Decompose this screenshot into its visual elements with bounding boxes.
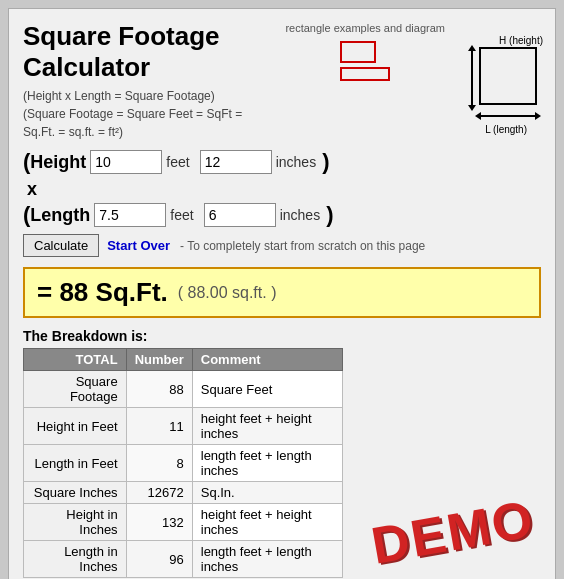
result-text: = 88 Sq.Ft. ( 88.00 sq.ft. )	[37, 277, 527, 308]
cell-label: Square Inches	[24, 482, 127, 504]
l-arrow-line	[479, 115, 537, 117]
top-section: Square Footage Calculator (Height x Leng…	[23, 21, 541, 141]
title-area: Square Footage Calculator (Height x Leng…	[23, 21, 275, 141]
table-row: Length in Feet 8 length feet + length in…	[24, 445, 343, 482]
subtitle: (Height x Length = Square Footage) (Squa…	[23, 87, 275, 141]
x-label: x	[27, 179, 541, 200]
table-row: Square Footage 88 Square Feet	[24, 371, 343, 408]
diagram-rect	[479, 47, 537, 105]
start-over-link[interactable]: Start Over	[107, 238, 170, 253]
height-label: Height	[30, 152, 86, 173]
main-diagram: H (height) L (length)	[451, 31, 541, 121]
h-label: H (height)	[499, 35, 543, 46]
table-row: Height in Inches 132 height feet + heigh…	[24, 504, 343, 541]
l-arrow-left	[475, 112, 481, 120]
length-row: ( Length feet inches )	[23, 202, 541, 228]
page-container: Square Footage Calculator (Height x Leng…	[8, 8, 556, 579]
result-section: = 88 Sq.Ft. ( 88.00 sq.ft. )	[23, 267, 541, 318]
diagram-label-col: rectangle examples and diagram	[285, 21, 445, 81]
height-feet-unit: feet	[166, 154, 189, 170]
diagram-area: rectangle examples and diagram H (height…	[285, 21, 541, 121]
rect-example-1	[340, 41, 376, 63]
height-inches-input[interactable]	[200, 150, 272, 174]
height-feet-input[interactable]	[90, 150, 162, 174]
h-arrow-bottom	[468, 105, 476, 111]
page-title: Square Footage Calculator	[23, 21, 275, 83]
l-arrow-right	[535, 112, 541, 120]
cell-label: Height in Inches	[24, 504, 127, 541]
cell-label: Length in Inches	[24, 541, 127, 578]
h-arrow-top	[468, 45, 476, 51]
rect-example-2	[340, 67, 390, 81]
h-arrow-line	[471, 49, 473, 105]
length-feet-input[interactable]	[94, 203, 166, 227]
table-row: Square Inches 12672 Sq.In.	[24, 482, 343, 504]
cell-comment: Sq.In.	[192, 482, 342, 504]
cell-number: 12672	[126, 482, 192, 504]
calculate-button[interactable]: Calculate	[23, 234, 99, 257]
cell-label: Length in Feet	[24, 445, 127, 482]
breakdown-label: The Breakdown is:	[23, 328, 541, 344]
length-inches-input[interactable]	[204, 203, 276, 227]
cell-number: 88	[126, 371, 192, 408]
rect-examples	[340, 41, 390, 81]
breakdown-table: TOTAL Number Comment Square Footage 88 S…	[23, 348, 343, 578]
open-paren-height: (	[23, 149, 30, 175]
close-paren-length: )	[326, 202, 333, 228]
result-sub: ( 88.00 sq.ft. )	[178, 284, 277, 302]
cell-comment: Square Feet	[192, 371, 342, 408]
cell-comment: length feet + length inches	[192, 541, 342, 578]
cell-number: 11	[126, 408, 192, 445]
cell-label: Height in Feet	[24, 408, 127, 445]
start-over-description: - To completely start from scratch on th…	[180, 239, 425, 253]
cell-comment: height feet + height inches	[192, 504, 342, 541]
breakdown-body: Square Footage 88 Square Feet Height in …	[24, 371, 343, 578]
height-row: ( Height feet inches )	[23, 149, 541, 175]
table-row: Length in Inches 96 length feet + length…	[24, 541, 343, 578]
height-inches-unit: inches	[276, 154, 316, 170]
col-number: Number	[126, 349, 192, 371]
button-row: Calculate Start Over - To completely sta…	[23, 234, 541, 257]
cell-number: 8	[126, 445, 192, 482]
col-total: TOTAL	[24, 349, 127, 371]
close-paren-height: )	[322, 149, 329, 175]
col-comment: Comment	[192, 349, 342, 371]
length-inches-unit: inches	[280, 207, 320, 223]
cell-label: Square Footage	[24, 371, 127, 408]
table-row: Height in Feet 11 height feet + height i…	[24, 408, 343, 445]
table-header-row: TOTAL Number Comment	[24, 349, 343, 371]
cell-number: 132	[126, 504, 192, 541]
demo-stamp: DEMO	[367, 489, 539, 577]
calculator-section: ( Height feet inches ) x ( Length feet i…	[23, 149, 541, 257]
cell-comment: length feet + length inches	[192, 445, 342, 482]
l-label: L (length)	[485, 124, 527, 135]
result-main: = 88 Sq.Ft.	[37, 277, 168, 308]
open-paren-length: (	[23, 202, 30, 228]
length-label: Length	[30, 205, 90, 226]
length-feet-unit: feet	[170, 207, 193, 223]
diagram-label: rectangle examples and diagram	[285, 21, 445, 35]
cell-comment: height feet + height inches	[192, 408, 342, 445]
cell-number: 96	[126, 541, 192, 578]
